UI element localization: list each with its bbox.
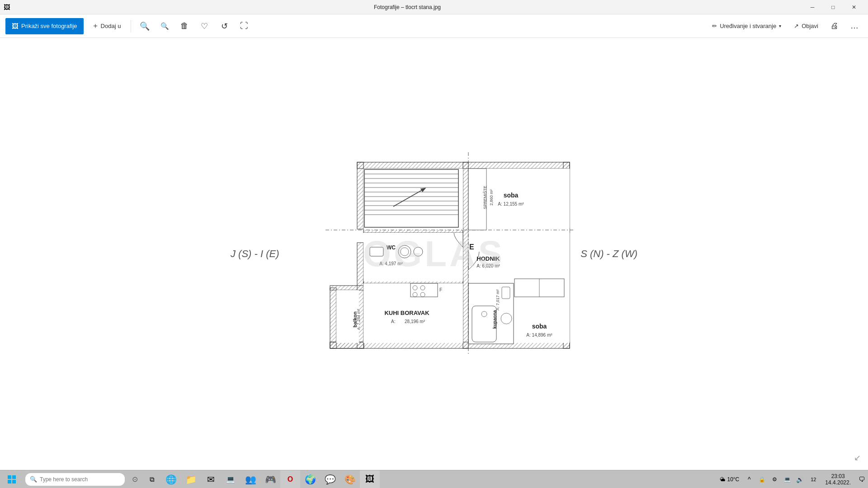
- close-button[interactable]: ✕: [844, 0, 864, 14]
- title-bar-icon: 🖼: [4, 4, 10, 11]
- direction-right-label: S (N) - Z (W): [580, 248, 637, 260]
- zoom-out-button[interactable]: 🔍: [156, 18, 173, 34]
- taskbar-app-steam[interactable]: 🎮: [260, 470, 280, 488]
- svg-text:soba: soba: [532, 323, 547, 330]
- cortana-icon: ⊙: [132, 475, 138, 483]
- favorite-button[interactable]: ♡: [196, 18, 212, 34]
- taskbar-app-chrome[interactable]: 🌍: [300, 470, 320, 488]
- notification-icon: 🗨: [859, 476, 865, 483]
- language-button[interactable]: 12: [806, 470, 821, 488]
- floorplan-svg: F soba: [294, 152, 574, 356]
- taskbar-app-vs[interactable]: 💻: [221, 470, 241, 488]
- more-icon: …: [850, 21, 859, 31]
- svg-rect-74: [8, 480, 11, 483]
- volume-icon[interactable]: 🔊: [793, 470, 806, 488]
- svg-text:F: F: [439, 287, 442, 292]
- svg-rect-6: [463, 162, 468, 348]
- taskbar-app-opera[interactable]: O: [280, 470, 300, 488]
- task-view-icon: ⧉: [150, 475, 155, 483]
- search-icon: 🔍: [30, 476, 37, 483]
- clock-date: 14.4.2022.: [825, 479, 851, 486]
- taskbar-app-paint[interactable]: 🎨: [340, 470, 360, 488]
- edit-icon: ✏: [712, 23, 717, 29]
- cortana-button[interactable]: ⊙: [127, 470, 143, 488]
- svg-rect-73: [12, 475, 16, 479]
- delete-icon: 🗑: [180, 21, 189, 31]
- svg-text:E: E: [469, 243, 474, 251]
- clock-time: 23:03: [831, 473, 845, 479]
- svg-text:A: 14,896 m²: A: 14,896 m²: [526, 333, 552, 338]
- taskbar-app-whatsapp[interactable]: 💬: [320, 470, 340, 488]
- svg-text:SPREMIŠTE: SPREMIŠTE: [483, 186, 487, 209]
- svg-rect-3: [357, 162, 363, 229]
- minimize-button[interactable]: ─: [802, 0, 823, 14]
- taskbar-app-photos[interactable]: 🖼: [360, 470, 380, 488]
- svg-text:WC: WC: [387, 244, 396, 251]
- notification-button[interactable]: 🗨: [855, 470, 868, 488]
- print-icon: 🖨: [830, 21, 839, 31]
- windows-icon: [8, 475, 16, 483]
- tray-icon-2: ⚙: [768, 470, 781, 488]
- title-bar-title: Fotografije – tlocrt stana.jpg: [374, 4, 441, 10]
- title-bar: 🖼 Fotografije – tlocrt stana.jpg ─ □ ✕: [0, 0, 868, 14]
- delete-button[interactable]: 🗑: [176, 18, 193, 34]
- share-button[interactable]: ↗ Objavi: [789, 18, 823, 34]
- svg-text:2,860 m²: 2,860 m²: [489, 189, 494, 206]
- svg-rect-12: [330, 286, 364, 290]
- print-button[interactable]: 🖨: [826, 18, 843, 34]
- direction-left-label: J (S) - I (E): [231, 248, 279, 260]
- photo-viewer: J (S) - I (E) S (N) - Z (W) OGLAS: [0, 38, 868, 470]
- svg-text:A: 7,284 m²: A: 7,284 m²: [356, 309, 361, 330]
- svg-text:HODNIK: HODNIK: [476, 255, 500, 262]
- zoom-in-icon: 🔍: [140, 21, 150, 31]
- add-button[interactable]: ＋ Dodaj u: [87, 18, 126, 34]
- photos-icon: 🖼: [12, 22, 19, 30]
- clock[interactable]: 23:03 14.4.2022.: [821, 470, 855, 488]
- zoom-in-button[interactable]: 🔍: [137, 18, 153, 34]
- edit-button[interactable]: ✏ Uređivanje i stvaranje ▾: [708, 18, 786, 34]
- svg-rect-11: [330, 342, 364, 348]
- start-button[interactable]: [0, 470, 24, 488]
- taskbar-app-teams[interactable]: 👥: [241, 470, 260, 488]
- svg-rect-13: [363, 169, 463, 230]
- svg-text:A:: A:: [391, 319, 395, 324]
- rotate-button[interactable]: ↺: [216, 18, 232, 34]
- svg-rect-75: [12, 480, 16, 483]
- tray-expand-button[interactable]: ^: [743, 470, 755, 488]
- toolbar-separator: [131, 20, 131, 33]
- weather-icon: 🌥: [720, 476, 725, 483]
- task-view-button[interactable]: ⧉: [143, 470, 161, 488]
- maximize-button[interactable]: □: [823, 0, 844, 14]
- heart-icon: ♡: [201, 21, 208, 31]
- weather-widget[interactable]: 🌥 10°C: [716, 476, 743, 483]
- edit-label: Uređivanje i stvaranje: [720, 23, 776, 29]
- search-bar[interactable]: 🔍: [25, 473, 125, 486]
- chevron-down-icon: ▾: [779, 23, 781, 28]
- add-label: Dodaj u: [101, 23, 121, 29]
- crop-button[interactable]: ⛶: [236, 18, 252, 34]
- svg-rect-2: [330, 342, 570, 348]
- svg-text:A: 12,155 m²: A: 12,155 m²: [498, 202, 524, 206]
- share-icon: ↗: [794, 23, 799, 29]
- toolbar: 🖼 Prikaži sve fotografije ＋ Dodaj u 🔍 🔍 …: [0, 14, 868, 38]
- taskbar-app-edge[interactable]: 🌐: [161, 470, 181, 488]
- more-button[interactable]: …: [846, 18, 863, 34]
- window-controls: ─ □ ✕: [802, 0, 864, 14]
- rotate-icon: ↺: [221, 21, 228, 31]
- search-input[interactable]: [40, 476, 112, 483]
- show-photos-button[interactable]: 🖼 Prikaži sve fotografije: [5, 18, 84, 34]
- taskbar-right: 🌥 10°C ^ 🔒 ⚙ 💻 🔊 12 23:03 14.4.2022. 🗨: [716, 470, 868, 488]
- svg-text:A: 7,017 m²: A: 7,017 m²: [495, 289, 500, 310]
- taskbar-app-mail[interactable]: ✉: [201, 470, 221, 488]
- tray-icon-3: 💻: [781, 470, 793, 488]
- svg-text:28,196 m²: 28,196 m²: [405, 319, 425, 324]
- zoom-out-icon: 🔍: [160, 22, 169, 30]
- svg-rect-14: [363, 233, 463, 282]
- svg-text:A: 4,197 m²: A: 4,197 m²: [379, 261, 403, 266]
- svg-rect-72: [8, 475, 11, 479]
- temperature: 10°C: [727, 476, 739, 483]
- share-label: Objavi: [802, 23, 818, 29]
- resize-handle[interactable]: ↙: [854, 453, 861, 463]
- taskbar-app-explorer[interactable]: 📁: [181, 470, 201, 488]
- show-photos-label: Prikaži sve fotografije: [21, 23, 77, 29]
